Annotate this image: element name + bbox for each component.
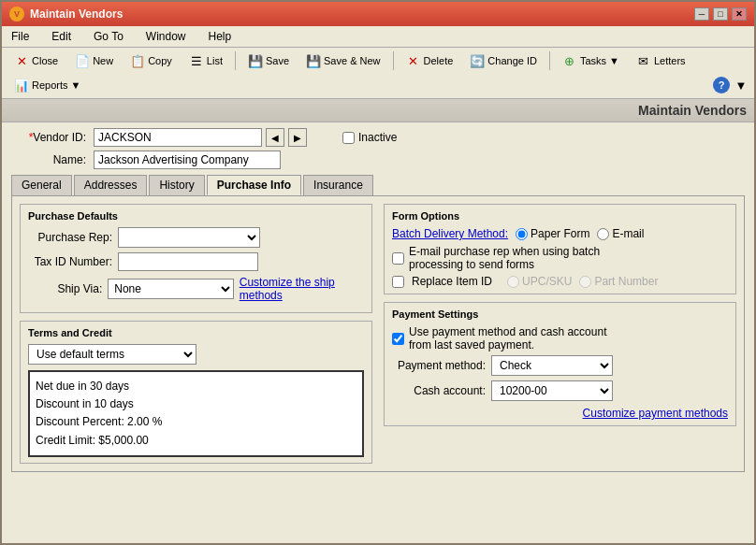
- tab-purchase-info[interactable]: Purchase Info: [207, 175, 301, 195]
- customize-payment-link[interactable]: Customize payment methods: [583, 407, 728, 420]
- customize-ship-link[interactable]: Customize the ship methods: [240, 276, 364, 302]
- page-header: Maintain Vendors: [2, 99, 754, 122]
- radio-partnumber-input[interactable]: [579, 276, 591, 288]
- inactive-checkbox[interactable]: [342, 132, 355, 144]
- radio-paper-form-input[interactable]: [516, 228, 528, 240]
- radio-upcsku-input[interactable]: [507, 276, 519, 288]
- inactive-label: Inactive: [358, 131, 397, 144]
- use-last-payment-checkbox[interactable]: [392, 333, 404, 345]
- options-icon[interactable]: ▼: [734, 78, 749, 93]
- purchase-rep-select[interactable]: [118, 227, 260, 248]
- menu-bar: File Edit Go To Window Help: [2, 26, 754, 48]
- reports-icon: 📊: [14, 78, 29, 93]
- use-last-payment-label: Use payment method and cash account from…: [409, 325, 624, 351]
- menu-edit[interactable]: Edit: [48, 28, 75, 45]
- prev-vendor-button[interactable]: ◀: [266, 128, 284, 147]
- vendor-id-wrap: ◀ ▶: [94, 128, 307, 147]
- batch-delivery-link[interactable]: Batch Delivery Method:: [392, 227, 508, 240]
- tab-general[interactable]: General: [11, 175, 72, 195]
- change-id-button[interactable]: 🔄 Change ID: [463, 50, 544, 71]
- two-column-layout: Purchase Defaults Purchase Rep: Tax ID N…: [20, 204, 736, 464]
- letters-button[interactable]: ✉ Letters: [630, 50, 692, 71]
- vendor-id-row: *Vendor ID: ◀ ▶ Inactive: [11, 128, 745, 147]
- ship-via-select[interactable]: None: [108, 279, 234, 299]
- close-toolbar-button[interactable]: ✕ Close: [7, 50, 65, 71]
- purchase-defaults-label: Purchase Defaults: [28, 210, 364, 222]
- menu-goto[interactable]: Go To: [90, 28, 127, 45]
- next-vendor-button[interactable]: ▶: [288, 128, 307, 147]
- payment-method-label: Payment method:: [392, 359, 486, 372]
- radio-email: E-mail: [597, 227, 644, 240]
- vendor-name-input[interactable]: [94, 151, 281, 169]
- tasks-button[interactable]: ⊕ Tasks ▼: [556, 50, 626, 71]
- app-icon: V: [9, 7, 24, 22]
- replace-item-checkbox[interactable]: [392, 276, 404, 288]
- cash-account-row: Cash account: 10200-00: [392, 380, 728, 401]
- tax-id-input[interactable]: [118, 252, 258, 271]
- maximize-button[interactable]: □: [713, 7, 728, 21]
- radio-email-label: E-mail: [612, 227, 644, 240]
- ship-via-row: Ship Via: None Customize the ship method…: [28, 276, 364, 302]
- vendor-id-label: *Vendor ID:: [11, 131, 86, 144]
- form-options-section: Form Options Batch Delivery Method: Pape…: [384, 204, 736, 294]
- toolbar: ✕ Close 📄 New 📋 Copy ☰ List 💾 Save 💾 Sav…: [2, 48, 754, 99]
- save-new-button[interactable]: 💾 Save & New: [299, 50, 387, 71]
- terms-credit-section: Terms and Credit Use default terms Net d…: [20, 321, 372, 464]
- payment-method-select[interactable]: Check: [491, 355, 613, 376]
- menu-file[interactable]: File: [7, 28, 33, 45]
- cash-account-select[interactable]: 10200-00: [491, 380, 613, 401]
- list-icon: ☰: [189, 53, 204, 68]
- separator-3: [549, 51, 550, 70]
- tab-insurance[interactable]: Insurance: [303, 175, 373, 195]
- separator-1: [235, 51, 236, 70]
- batch-delivery-row: Batch Delivery Method: Paper Form E-mail: [392, 227, 728, 240]
- separator-2: [393, 51, 394, 70]
- terms-select[interactable]: Use default terms: [28, 344, 196, 365]
- terms-line-2: Discount in 10 days: [36, 395, 356, 413]
- payment-method-row: Payment method: Check: [392, 355, 728, 376]
- form-options-label: Form Options: [392, 210, 728, 222]
- terms-line-1: Net due in 30 days: [36, 378, 356, 395]
- window-title: Maintain Vendors: [30, 7, 123, 21]
- batch-radio-group: Paper Form E-mail: [516, 227, 644, 240]
- help-button[interactable]: ?: [713, 77, 730, 93]
- email-purchase-rep-label: E-mail purchase rep when using batch pro…: [409, 245, 624, 271]
- tab-addresses[interactable]: Addresses: [74, 175, 148, 195]
- menu-help[interactable]: Help: [205, 28, 236, 45]
- terms-display-box: Net due in 30 days Discount in 10 days D…: [28, 370, 364, 457]
- list-button[interactable]: ☰ List: [182, 50, 229, 71]
- radio-email-input[interactable]: [597, 228, 609, 240]
- delete-button[interactable]: ✕ Delete: [400, 50, 460, 71]
- payment-settings-section: Payment Settings Use payment method and …: [384, 302, 736, 426]
- purchase-rep-row: Purchase Rep:: [28, 227, 364, 248]
- new-icon: 📄: [75, 53, 90, 68]
- tax-id-row: Tax ID Number:: [28, 252, 364, 271]
- replace-item-label: Replace Item ID: [412, 275, 492, 288]
- left-column: Purchase Defaults Purchase Rep: Tax ID N…: [20, 204, 372, 464]
- right-column: Form Options Batch Delivery Method: Pape…: [384, 204, 736, 464]
- terms-line-3: Discount Percent: 2.00 %: [36, 413, 356, 431]
- ship-via-label: Ship Via:: [28, 282, 102, 295]
- close-button[interactable]: ✕: [732, 7, 747, 21]
- replace-item-row: Replace Item ID UPC/SKU Part Number: [392, 275, 728, 288]
- new-button[interactable]: 📄 New: [68, 50, 120, 71]
- tab-history[interactable]: History: [149, 175, 204, 195]
- radio-partnumber-label: Part Number: [594, 275, 658, 288]
- use-last-payment-row: Use payment method and cash account from…: [392, 325, 728, 351]
- save-button[interactable]: 💾 Save: [241, 50, 296, 71]
- title-bar: V Maintain Vendors ─ □ ✕: [2, 2, 754, 26]
- radio-paper-form-label: Paper Form: [531, 227, 589, 240]
- menu-window[interactable]: Window: [142, 28, 190, 45]
- tab-content-purchase-info: Purchase Defaults Purchase Rep: Tax ID N…: [11, 195, 745, 472]
- minimize-button[interactable]: ─: [694, 7, 709, 21]
- payment-settings-label: Payment Settings: [392, 308, 728, 320]
- email-purchase-rep-row: E-mail purchase rep when using batch pro…: [392, 245, 728, 271]
- email-purchase-rep-checkbox[interactable]: [392, 252, 404, 265]
- reports-button[interactable]: 📊 Reports ▼: [7, 75, 87, 95]
- purchase-defaults-section: Purchase Defaults Purchase Rep: Tax ID N…: [20, 204, 372, 313]
- vendor-id-input[interactable]: [94, 128, 262, 147]
- customize-payment-row: Customize payment methods: [392, 407, 728, 420]
- copy-button[interactable]: 📋 Copy: [124, 50, 179, 71]
- radio-upcsku-label: UPC/SKU: [522, 275, 572, 288]
- radio-partnumber: Part Number: [579, 275, 658, 288]
